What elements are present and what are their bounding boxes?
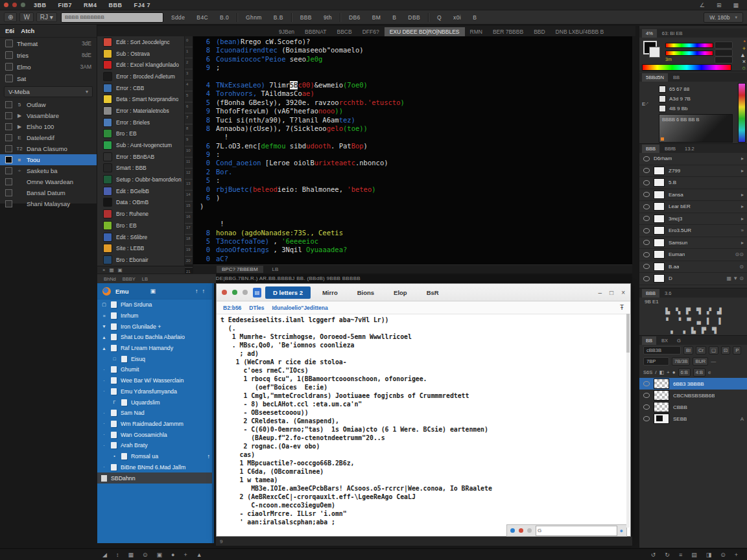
- glyph-button[interactable]: ▖: [670, 327, 675, 334]
- toolbar-button[interactable]: x0i: [449, 13, 465, 22]
- status-icon[interactable]: +: [735, 552, 738, 558]
- window-tab[interactable]: D letters 2: [265, 286, 311, 299]
- glyph-button[interactable]: ▛: [686, 308, 691, 314]
- lock-icon[interactable]: +: [667, 369, 670, 375]
- color-tool-icon[interactable]: ○: [742, 65, 746, 71]
- visibility-eye-icon[interactable]: [643, 180, 650, 185]
- tree-item-expander-icon[interactable]: ·: [101, 465, 107, 469]
- action-list-item[interactable]: Sub : Aunt-Ivogenctum: [97, 139, 184, 151]
- fill-button[interactable]: 7B/3B: [672, 357, 690, 366]
- visibility-eye-icon[interactable]: [643, 156, 650, 161]
- opacity-field[interactable]: 7BP: [643, 357, 669, 366]
- action-list-item[interactable]: Bro : Ebonair: [97, 254, 184, 266]
- tree-item[interactable]: ·BiBne BNmd 6.Mad Jallm: [97, 461, 214, 472]
- document-tab[interactable]: 9JBen: [274, 27, 300, 36]
- tree-item-expander-icon[interactable]: ·: [101, 432, 107, 437]
- tree-item-expander-icon[interactable]: ▼: [101, 324, 107, 329]
- traffic-light-icon[interactable]: [243, 290, 248, 295]
- layer-row[interactable]: 3mcj3▸: [639, 213, 747, 226]
- menu-item[interactable]: RM4: [79, 2, 102, 8]
- layer-row[interactable]: SEBBA: [639, 413, 747, 425]
- tree-item-expander-icon[interactable]: ▲: [101, 335, 107, 340]
- toolbar-button[interactable]: B4C: [193, 13, 212, 22]
- toolbar-button[interactable]: B: [469, 13, 480, 22]
- editor-bottom-tab-secondary[interactable]: LB: [272, 266, 279, 272]
- window-tab[interactable]: Bions: [350, 286, 382, 299]
- panel-tab[interactable]: BBfB: [661, 145, 680, 153]
- window-tab[interactable]: Mirro: [314, 286, 346, 299]
- color-tool-icon[interactable]: +: [742, 45, 746, 52]
- glyph-button[interactable]: ▄: [697, 318, 701, 324]
- menu-item[interactable]: FIB7: [54, 2, 77, 8]
- visibility-eye-icon[interactable]: [643, 240, 650, 245]
- tree-item[interactable]: ·Ghumit: [97, 364, 214, 375]
- left-panel-action[interactable]: Themat3dE: [0, 38, 97, 49]
- glyph-button[interactable]: ▐: [717, 318, 720, 324]
- tree-item[interactable]: ΓUquardslim: [97, 397, 214, 408]
- glyph-button[interactable]: ▝: [676, 318, 681, 324]
- action-list-item[interactable]: Error : Brocded Adletum: [97, 71, 184, 82]
- panel-tab[interactable]: 13.2: [681, 145, 698, 153]
- window-dropdown[interactable]: V-Meba ▾: [4, 86, 93, 97]
- menu-item[interactable]: 3BB: [29, 2, 51, 8]
- visibility-eye-icon[interactable]: [643, 416, 650, 421]
- panel-side-icon[interactable]: E·': [642, 101, 648, 107]
- toolbar-button[interactable]: B.0: [216, 13, 233, 22]
- fill-button[interactable]: BUR: [693, 357, 708, 366]
- glyph-button[interactable]: ▞: [707, 308, 711, 314]
- tree-item-expander-icon[interactable]: □: [112, 356, 117, 361]
- action-list-item[interactable]: Edit : BGelbB: [97, 185, 184, 197]
- traffic-light-icon[interactable]: [12, 3, 17, 7]
- foreground-background-swatch[interactable]: [643, 41, 660, 58]
- toolbar-link[interactable]: DTles: [249, 305, 264, 311]
- checkbox[interactable]: [659, 86, 666, 93]
- popup-action-icon[interactable]: ●: [620, 528, 623, 534]
- layer-row[interactable]: D6rham▸: [639, 153, 747, 165]
- toolbar-button[interactable]: Q: [433, 13, 445, 22]
- glyph-button[interactable]: ▌: [707, 318, 711, 324]
- toolbar-link[interactable]: Idunaloelio"Jedittena: [272, 305, 328, 311]
- glyph-button[interactable]: ▟: [717, 308, 722, 314]
- action-list-item[interactable]: Edit : Sort Jeocdelgnc: [97, 36, 184, 48]
- status-icon[interactable]: ⊙: [143, 552, 148, 558]
- status-icon[interactable]: ↻: [665, 552, 670, 558]
- action-list-item[interactable]: Error : BBnBAB: [97, 151, 184, 163]
- traffic-light-icon[interactable]: [527, 528, 532, 533]
- traffic-light-icon[interactable]: [510, 528, 515, 533]
- visibility-eye-icon[interactable]: [643, 252, 650, 257]
- panel-tab[interactable]: 63: BI EB: [658, 29, 687, 38]
- tree-item[interactable]: □Eisuq: [97, 353, 214, 364]
- sidebar-nav-item[interactable]: ▶Vasamblare: [0, 110, 97, 121]
- code-editor[interactable]: 6(bean)Rrego cW.Scoefo)?8Icuonadirendtec…: [193, 36, 632, 264]
- window-control-icon[interactable]: –: [599, 289, 602, 296]
- mode-icon-button[interactable]: Cr: [696, 346, 706, 355]
- action-list-item[interactable]: Edit : Excel Klangdunlado: [97, 59, 184, 71]
- glyph-button[interactable]: ▙: [665, 308, 670, 314]
- sidebar-nav-item[interactable]: 5Outlaw: [0, 99, 97, 110]
- layer-expand-icon[interactable]: ▸: [741, 192, 744, 198]
- layer-row[interactable]: Samsun▸: [639, 237, 747, 250]
- sidebar-nav-item[interactable]: ÷Sasketu ba: [0, 165, 97, 176]
- mode-icon-button[interactable]: BI: [683, 346, 693, 355]
- checkbox-row[interactable]: A3d 9 7B: [659, 94, 691, 103]
- tool-icon[interactable]: W: [19, 12, 33, 22]
- document-tab[interactable]: BBCB: [332, 27, 357, 36]
- tree-item[interactable]: ·Sam Nad: [97, 408, 214, 419]
- folder-icon[interactable]: ▣: [150, 288, 156, 294]
- layer-row[interactable]: Ero3.5UR»: [639, 225, 747, 237]
- status-icon[interactable]: ▤: [691, 552, 697, 558]
- toolbar-button[interactable]: B: [388, 13, 400, 22]
- action-list-item[interactable]: Bro : EB: [97, 220, 184, 231]
- status-icon[interactable]: ⊙: [720, 552, 726, 558]
- status-icon[interactable]: ↺: [651, 552, 656, 558]
- sidebar-nav-item[interactable]: Bansal Datum: [0, 187, 97, 198]
- status-icon[interactable]: ≡: [679, 552, 682, 558]
- pin-icon[interactable]: Ŧ: [620, 304, 624, 311]
- menubar-icon[interactable]: ⊞: [712, 2, 726, 8]
- status-icon[interactable]: ↕: [116, 552, 119, 558]
- action-list-item[interactable]: Error : Materialetnobs: [97, 105, 184, 117]
- status-icon[interactable]: ▣: [156, 552, 162, 558]
- tree-item[interactable]: ·Wm Raidmaded Jammm: [97, 419, 214, 430]
- toolbar-button[interactable]: DB6: [345, 13, 364, 22]
- sidebar-nav-item[interactable]: ■Toou: [0, 154, 97, 165]
